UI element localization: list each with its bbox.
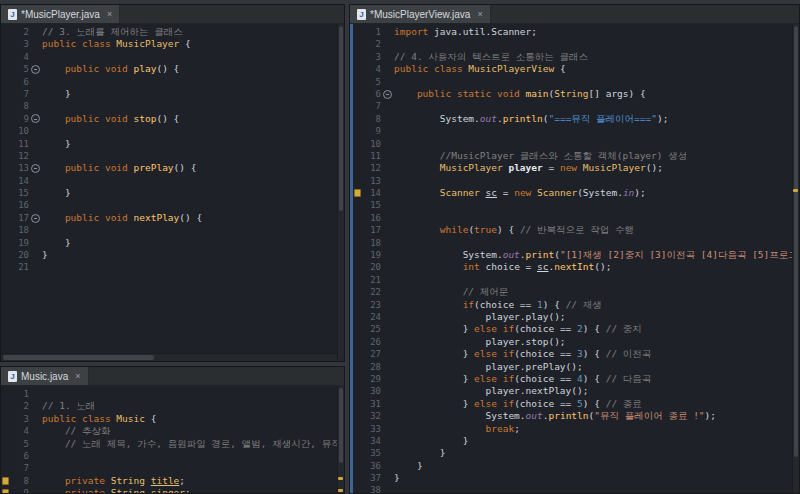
vertical-scrollbar[interactable] (337, 24, 344, 361)
code-token (394, 162, 440, 173)
fold-slot (29, 487, 42, 493)
fold-slot (29, 138, 42, 150)
annotation-slot (1, 237, 11, 249)
code-token: private (65, 487, 111, 493)
warning-ruler-tick[interactable] (338, 489, 343, 492)
fold-slot (381, 311, 394, 323)
line-number: 30 (363, 385, 381, 397)
editor-music[interactable]: 12// 1. 노래3public class Music {4 // 추상화5… (1, 386, 344, 493)
fold-slot (381, 373, 394, 385)
scrollbar-thumb[interactable] (3, 355, 154, 360)
close-tab-icon[interactable]: × (477, 9, 482, 19)
code-token: (System. (577, 187, 623, 198)
code-token: // 노래 제목, 가수, 음원파일 경로, 앨범, 재생시간, 뮤직비디오 링… (42, 438, 344, 449)
fold-slot (381, 472, 394, 484)
tab-musicplayerview-java[interactable]: J *MusicPlayerView.java × (350, 5, 491, 23)
line-number: 21 (363, 274, 381, 286)
code-text: public class MusicPlayer { (42, 38, 191, 50)
code-line: 12 (1, 150, 337, 162)
line-number: 13 (11, 162, 29, 174)
line-number: 12 (11, 150, 29, 162)
code-token (394, 224, 440, 235)
code-text: System.out.println("뮤직 플레이어 종료 !"); (394, 410, 716, 422)
code-token: ); (705, 410, 716, 421)
fold-slot (381, 150, 394, 162)
scrollbar-thumb[interactable] (339, 388, 343, 463)
editor-musicplayer[interactable]: 2// 3. 노래를 제어하는 클래스3public class MusicPl… (1, 24, 344, 361)
fold-toggle-icon[interactable] (383, 90, 392, 99)
fold-slot (29, 450, 42, 462)
fold-toggle-icon[interactable] (31, 114, 40, 123)
fold-slot (381, 484, 394, 493)
annotation-slot (1, 125, 11, 137)
code-token: else if (474, 348, 514, 359)
annotation-slot (353, 274, 363, 286)
annotation-slot (1, 212, 11, 224)
fold-slot (381, 299, 394, 311)
scrollbar-thumb[interactable] (794, 26, 798, 457)
annotation-slot (353, 460, 363, 472)
editor-musicplayerview[interactable]: 1import java.util.Scanner;23// 4. 사용자의 텍… (350, 24, 799, 493)
code-token (42, 63, 65, 74)
code-line: 9 (353, 125, 792, 137)
fold-slot (381, 261, 394, 273)
scrollbar-thumb[interactable] (339, 26, 343, 211)
code-token (42, 487, 65, 493)
code-token: // 종료 (606, 398, 642, 409)
warning-ruler-tick[interactable] (338, 477, 343, 480)
code-token: int (463, 261, 480, 272)
tab-musicplayer-java[interactable]: J *MusicPlayer.java × (1, 5, 120, 23)
warning-icon (2, 477, 9, 485)
line-number: 4 (11, 425, 29, 437)
close-tab-icon[interactable]: × (107, 9, 112, 19)
line-number: 35 (363, 447, 381, 459)
code-text: public void nextPlay() { (42, 212, 202, 224)
code-token: { (554, 63, 565, 74)
code-line: 38 (353, 484, 792, 493)
close-tab-icon[interactable]: × (75, 371, 80, 381)
code-line: 19 System.out.print("[1]재생 [2]중지 [3]이전곡 … (353, 249, 792, 261)
fold-toggle-icon[interactable] (31, 164, 40, 173)
warning-ruler-tick[interactable] (793, 189, 798, 192)
annotation-slot (353, 138, 363, 150)
vertical-scrollbar[interactable] (792, 24, 799, 493)
code-text: } (394, 435, 468, 447)
line-number: 2 (11, 26, 29, 38)
code-text: public void play() { (42, 63, 179, 75)
fold-slot (29, 26, 42, 38)
fold-toggle-icon[interactable] (31, 65, 40, 74)
fold-slot (29, 438, 42, 450)
fold-slot (381, 187, 394, 199)
code-text: player.nextPlay(); (394, 385, 588, 397)
code-line: 6 public static void main(String[] args)… (353, 88, 792, 100)
line-number: 9 (11, 487, 29, 493)
code-line: 8 private String title; (1, 475, 337, 487)
annotation-slot (353, 299, 363, 311)
fold-toggle-icon[interactable] (31, 214, 40, 223)
line-number: 29 (363, 373, 381, 385)
code-token: public static void (417, 88, 526, 99)
fold-slot (381, 249, 394, 261)
horizontal-scrollbar[interactable] (1, 353, 337, 361)
fold-slot (29, 249, 42, 261)
fold-slot (381, 76, 394, 88)
tab-bar: J *MusicPlayerView.java × (350, 5, 799, 24)
annotation-slot (1, 249, 11, 261)
code-line: 9 public void stop() { (1, 113, 337, 125)
line-number: 9 (363, 125, 381, 137)
java-file-icon: J (8, 371, 17, 382)
tab-music-java[interactable]: J Music.java × (1, 367, 89, 385)
annotation-slot (353, 447, 363, 459)
code-line: 16 (1, 199, 337, 211)
annotation-slot (1, 175, 11, 187)
annotation-slot (1, 138, 11, 150)
code-line: 36 } (353, 460, 792, 472)
annotation-slot (353, 88, 363, 100)
fold-slot (29, 162, 42, 174)
code-token: private (65, 475, 111, 486)
code-text: System.out.println("===뮤직 플레이어==="); (394, 113, 668, 125)
code-token: Scanner (537, 187, 577, 198)
editor-pane-musicplayerview: J *MusicPlayerView.java × 1import java.u… (349, 4, 800, 494)
code-line: 32 System.out.println("뮤직 플레이어 종료 !"); (353, 410, 792, 422)
fold-slot (381, 336, 394, 348)
